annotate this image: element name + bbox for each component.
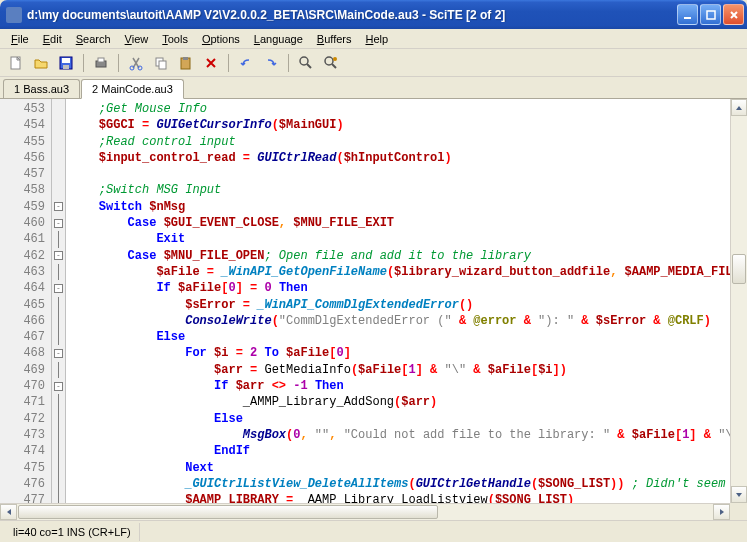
line-number: 456 xyxy=(0,150,45,166)
print-button[interactable] xyxy=(90,52,112,74)
code-line[interactable]: MsgBox(0, "", "Could not add file to the… xyxy=(70,427,747,443)
maximize-button[interactable] xyxy=(700,4,721,25)
menu-tools[interactable]: Tools xyxy=(155,31,195,47)
separator xyxy=(288,54,289,72)
menu-file[interactable]: File xyxy=(4,31,36,47)
code-line[interactable]: Else xyxy=(70,411,747,427)
menu-buffers[interactable]: Buffers xyxy=(310,31,359,47)
menu-search[interactable]: Search xyxy=(69,31,118,47)
menu-language[interactable]: Language xyxy=(247,31,310,47)
code-line[interactable]: ConsoleWrite("CommDlgExtendedError (" & … xyxy=(70,313,747,329)
code-line[interactable]: $sError = _WinAPI_CommDlgExtendedError() xyxy=(70,297,747,313)
line-number: 457 xyxy=(0,166,45,182)
scroll-up-button[interactable] xyxy=(731,99,747,116)
line-number: 474 xyxy=(0,443,45,459)
fold-toggle[interactable]: - xyxy=(54,202,63,211)
menu-options[interactable]: Options xyxy=(195,31,247,47)
code-line[interactable]: Next xyxy=(70,460,747,476)
code-line[interactable]: $arr = GetMediaInfo($aFile[1] & "\" & $a… xyxy=(70,362,747,378)
line-number: 471 xyxy=(0,394,45,410)
delete-button[interactable] xyxy=(200,52,222,74)
line-number: 463 xyxy=(0,264,45,280)
scroll-left-button[interactable] xyxy=(0,504,17,520)
svg-point-15 xyxy=(325,57,333,65)
line-number: 464 xyxy=(0,280,45,296)
vertical-scrollbar[interactable] xyxy=(730,99,747,503)
cut-button[interactable] xyxy=(125,52,147,74)
save-button[interactable] xyxy=(55,52,77,74)
window-title: d:\my documents\autoit\AAMP V2\V2.0.0.2_… xyxy=(27,8,677,22)
code-line[interactable]: $input_control_read = GUICtrlRead($hInpu… xyxy=(70,150,747,166)
app-icon xyxy=(6,7,22,23)
line-number: 455 xyxy=(0,134,45,150)
svg-rect-13 xyxy=(183,57,188,60)
separator xyxy=(83,54,84,72)
code-line[interactable]: ;Get Mouse Info xyxy=(70,101,747,117)
redo-button[interactable] xyxy=(260,52,282,74)
line-number: 453 xyxy=(0,101,45,117)
copy-button[interactable] xyxy=(150,52,172,74)
code-line[interactable] xyxy=(70,166,747,182)
paste-button[interactable] xyxy=(175,52,197,74)
fold-toggle[interactable]: - xyxy=(54,251,63,260)
menubar: File Edit Search View Tools Options Lang… xyxy=(0,29,747,49)
code-line[interactable]: If $aFile[0] = 0 Then xyxy=(70,280,747,296)
fold-toggle[interactable]: - xyxy=(54,382,63,391)
code-line[interactable]: For $i = 2 To $aFile[0] xyxy=(70,345,747,361)
code-line[interactable]: $aFile = _WinAPI_GetOpenFileName($librar… xyxy=(70,264,747,280)
line-number: 462 xyxy=(0,248,45,264)
tab-bass[interactable]: 1 Bass.au3 xyxy=(3,79,80,98)
line-number: 465 xyxy=(0,297,45,313)
replace-button[interactable] xyxy=(320,52,342,74)
scroll-right-button[interactable] xyxy=(713,504,730,520)
code-line[interactable]: _GUICtrlListView_DeleteAllItems(GUICtrlG… xyxy=(70,476,747,492)
line-number-gutter: 4534544554564574584594604614624634644654… xyxy=(0,99,52,520)
vertical-scroll-thumb[interactable] xyxy=(732,254,746,284)
code-line[interactable]: Case $GUI_EVENT_CLOSE, $MNU_FILE_EXIT xyxy=(70,215,747,231)
svg-rect-4 xyxy=(62,58,70,63)
fold-toggle[interactable]: - xyxy=(54,349,63,358)
tab-maincode[interactable]: 2 MainCode.au3 xyxy=(81,79,184,99)
open-button[interactable] xyxy=(30,52,52,74)
code-line[interactable]: ;Read control input xyxy=(70,134,747,150)
code-line[interactable]: $GGCI = GUIGetCursorInfo($MainGUI) xyxy=(70,117,747,133)
close-button[interactable] xyxy=(723,4,744,25)
tabbar: 1 Bass.au3 2 MainCode.au3 xyxy=(0,77,747,99)
line-number: 469 xyxy=(0,362,45,378)
code-line[interactable]: Exit xyxy=(70,231,747,247)
svg-rect-0 xyxy=(684,17,691,19)
horizontal-scroll-thumb[interactable] xyxy=(18,505,438,519)
svg-rect-1 xyxy=(707,11,715,19)
line-number: 472 xyxy=(0,411,45,427)
horizontal-scrollbar[interactable] xyxy=(0,503,730,520)
line-number: 470 xyxy=(0,378,45,394)
new-button[interactable] xyxy=(5,52,27,74)
code-line[interactable]: ;Switch MSG Input xyxy=(70,182,747,198)
code-line[interactable]: EndIf xyxy=(70,443,747,459)
fold-toggle[interactable]: - xyxy=(54,284,63,293)
svg-rect-7 xyxy=(98,58,104,62)
fold-toggle[interactable]: - xyxy=(54,219,63,228)
separator xyxy=(228,54,229,72)
code-line[interactable]: Case $MNU_FILE_OPEN; Open file and add i… xyxy=(70,248,747,264)
menu-help[interactable]: Help xyxy=(358,31,395,47)
code-line[interactable]: Switch $nMsg xyxy=(70,199,747,215)
line-number: 454 xyxy=(0,117,45,133)
code-line[interactable]: _AMMP_Library_AddSong($arr) xyxy=(70,394,747,410)
menu-edit[interactable]: Edit xyxy=(36,31,69,47)
code-area[interactable]: ;Get Mouse Info $GGCI = GUIGetCursorInfo… xyxy=(66,99,747,520)
fold-column[interactable]: ------ xyxy=(52,99,66,520)
undo-button[interactable] xyxy=(235,52,257,74)
menu-view[interactable]: View xyxy=(118,31,156,47)
svg-point-16 xyxy=(333,57,337,61)
scroll-down-button[interactable] xyxy=(731,486,747,503)
code-line[interactable]: Else xyxy=(70,329,747,345)
code-line[interactable]: If $arr <> -1 Then xyxy=(70,378,747,394)
titlebar[interactable]: d:\my documents\autoit\AAMP V2\V2.0.0.2_… xyxy=(0,0,747,29)
svg-rect-11 xyxy=(159,61,166,69)
line-number: 467 xyxy=(0,329,45,345)
minimize-button[interactable] xyxy=(677,4,698,25)
line-number: 460 xyxy=(0,215,45,231)
find-button[interactable] xyxy=(295,52,317,74)
editor: 4534544554564574584594604614624634644654… xyxy=(0,99,747,520)
